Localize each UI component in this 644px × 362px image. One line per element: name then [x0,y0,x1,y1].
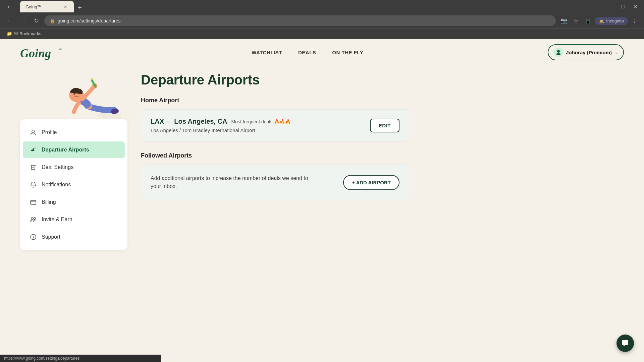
svg-point-3 [556,53,560,55]
sidebar-item-notifications[interactable]: Notifications [23,176,125,193]
sidebar-item-invite-earn[interactable]: Invite & Earn [23,211,125,228]
sidebar: Profile Departure Airports [20,72,127,250]
chat-icon [621,339,630,348]
sidebar-menu: Profile Departure Airports [20,119,127,250]
camera-off-icon[interactable]: 📷 [558,15,569,26]
invite-earn-icon [30,216,37,223]
watchlist-nav-link[interactable]: WATCHLIST [252,50,282,55]
main-content: Departure Airports Home Airport LAX – Lo… [141,72,409,250]
more-options-button[interactable]: ⋮ [629,15,640,26]
sidebar-billing-label: Billing [42,199,56,205]
airport-separator: – [167,118,171,125]
status-url: https://www.going.com/settings/departure… [4,356,79,361]
tab-back-btn[interactable]: ‹ [4,2,13,11]
followed-airports-label: Followed Airports [141,152,409,159]
page-title: Departure Airports [141,72,409,87]
home-airport-section: Home Airport LAX – Los Angeles, CA Most … [141,97,409,141]
departure-airports-icon [30,146,37,154]
url-text: going.com/settings/departures [58,18,121,23]
bookmark-star-button[interactable]: ☆ [571,15,581,26]
svg-rect-12 [31,200,36,204]
forward-button[interactable]: → [17,15,28,26]
add-airport-button[interactable]: + ADD AIRPORT [343,175,399,190]
chevron-down-icon: ⌄ [614,50,618,55]
tab-bar: Going™ × + [16,1,89,12]
user-name: Johnray (Premium) [566,50,612,55]
device-icon[interactable]: 📱 [583,15,593,26]
svg-text:Going: Going [20,47,51,60]
sidebar-invite-label: Invite & Earn [42,217,72,223]
airport-full-name: Los Angeles / Tom Bradley International … [151,127,291,133]
reload-button[interactable]: ↻ [31,15,42,26]
svg-text:™: ™ [58,48,62,52]
edit-airport-button[interactable]: EDIT [370,119,399,132]
deals-nav-link[interactable]: DEALS [298,50,316,55]
status-bar: https://www.going.com/settings/departure… [0,355,161,362]
incognito-badge: 🕵 Incognito [595,17,628,25]
notifications-icon [30,181,37,188]
on-the-fly-nav-link[interactable]: ON THE FLY [332,50,363,55]
bookmarks-label: All Bookmarks [13,31,41,36]
svg-point-11 [32,130,35,133]
site-logo[interactable]: Going ™ [20,44,67,61]
incognito-icon: 🕵 [599,18,604,23]
relaxing-person-illustration [27,72,121,126]
browser-chrome: ‹ Going™ × + – □ ✕ ← → ↻ 🔒 going.com/set… [0,0,644,39]
address-bar[interactable]: 🔒 going.com/settings/departures [44,15,556,26]
svg-point-14 [34,218,36,220]
home-airport-card: LAX – Los Angeles, CA Most frequent deal… [141,109,409,141]
bookmarks-bar: 📁 All Bookmarks [0,28,644,39]
main-nav: WATCHLIST DEALS ON THE FLY [252,50,363,55]
sidebar-profile-label: Profile [42,129,57,135]
new-tab-button[interactable]: + [75,3,85,12]
lock-icon: 🔒 [50,18,55,23]
sidebar-item-deal-settings[interactable]: Deal Settings [23,159,125,176]
sidebar-notifications-label: Notifications [42,182,71,188]
billing-icon [30,198,37,206]
sidebar-item-profile[interactable]: Profile [23,124,125,141]
restore-button[interactable]: □ [619,2,628,11]
folder-icon: 📁 [7,31,12,36]
airport-code: LAX – Los Angeles, CA [151,118,227,125]
sidebar-item-billing[interactable]: Billing [23,194,125,210]
back-button[interactable]: ← [4,15,15,26]
logo-svg: Going ™ [20,44,67,61]
user-icon [555,49,561,55]
active-tab[interactable]: Going™ × [20,1,74,12]
airport-info: LAX – Los Angeles, CA Most frequent deal… [151,118,291,133]
bookmarks-folder[interactable]: 📁 All Bookmarks [4,31,44,37]
browser-toolbar: ← → ↻ 🔒 going.com/settings/departures 📷 … [0,13,644,28]
toolbar-right: 📷 ☆ 📱 🕵 Incognito ⋮ [558,15,640,26]
user-first-name: Johnray [566,50,585,55]
sidebar-deal-settings-label: Deal Settings [42,164,73,170]
airport-code-text: LAX [151,118,164,125]
sidebar-item-support[interactable]: Support [23,229,125,245]
sidebar-departure-label: Departure Airports [42,147,89,153]
svg-point-2 [557,50,560,53]
support-icon [30,233,37,241]
sidebar-illustration [27,72,121,126]
site-header: Going ™ WATCHLIST DEALS ON THE FLY Johnr… [0,39,644,66]
sidebar-item-departure-airports[interactable]: Departure Airports [23,141,125,158]
chat-button[interactable] [616,335,634,352]
followed-airports-card: Add additional airports to increase the … [141,165,409,200]
main-layout: Profile Departure Airports [0,72,644,250]
incognito-label: Incognito [606,18,624,23]
avatar [554,48,563,57]
followed-airports-description: Add additional airports to increase the … [151,174,318,190]
minimize-button[interactable]: – [606,2,616,11]
svg-point-15 [31,234,36,240]
airport-code-city: LAX – Los Angeles, CA Most frequent deal… [151,118,291,125]
page-wrapper: Going ™ WATCHLIST DEALS ON THE FLY Johnr… [0,39,644,351]
tab-close-button[interactable]: × [62,4,68,10]
svg-point-13 [31,218,33,220]
user-plan: (Premium) [587,50,612,55]
browser-controls: ‹ [4,2,13,11]
followed-airports-section: Followed Airports Add additional airport… [141,152,409,200]
airport-city-text: Los Angeles, CA [174,118,227,125]
home-airport-label: Home Airport [141,97,409,104]
airport-badge: Most frequent deals 🔥🔥🔥 [231,119,291,124]
close-window-button[interactable]: ✕ [631,2,640,11]
sidebar-support-label: Support [42,234,60,240]
user-profile-badge[interactable]: Johnray (Premium) ⌄ [548,44,624,60]
